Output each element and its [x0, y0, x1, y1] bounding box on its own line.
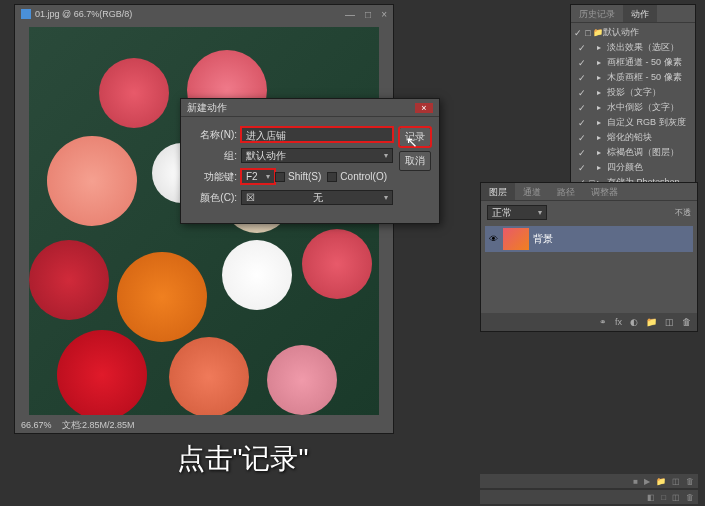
action-item[interactable]: ✓▸画框通道 - 50 像素	[571, 55, 695, 70]
set-dropdown[interactable]: 默认动作	[241, 148, 393, 163]
mask-icon[interactable]: ◐	[630, 317, 638, 327]
record-button[interactable]: 记录	[399, 127, 431, 147]
layers-footer: ⚭ fx ◐ 📁 ◫ 🗑	[481, 313, 697, 331]
layers-panel: 图层 通道 路径 调整器 正常 不透 👁 背景 ⚭ fx ◐ 📁 ◫ 🗑	[480, 182, 698, 332]
blend-mode-dropdown[interactable]: 正常	[487, 205, 547, 220]
action-set[interactable]: ✓□📁 默认动作	[571, 25, 695, 40]
folder-icon[interactable]: 📁	[656, 477, 666, 486]
close-icon[interactable]: ×	[415, 103, 433, 113]
zoom-level[interactable]: 66.67%	[21, 420, 52, 430]
set-label: 组:	[189, 149, 237, 163]
icon[interactable]: ◫	[672, 493, 680, 502]
dialog-title: 新建动作	[187, 101, 227, 115]
app-status-strip: ◧ □ ◫ 🗑	[480, 490, 698, 504]
shift-checkbox[interactable]: Shift(S)	[275, 171, 321, 182]
opacity-label: 不透	[675, 207, 691, 218]
tab-adjust[interactable]: 调整器	[583, 183, 626, 200]
layer-row[interactable]: 👁 背景	[485, 226, 693, 252]
folder-icon[interactable]: 📁	[646, 317, 657, 327]
layer-thumbnail[interactable]	[503, 228, 529, 250]
tutorial-caption: 点击"记录"	[0, 440, 485, 478]
control-checkbox[interactable]: Control(O)	[327, 171, 387, 182]
color-label: 颜色(C):	[189, 191, 237, 205]
ps-icon	[21, 9, 31, 19]
close-icon[interactable]: ×	[381, 9, 387, 20]
cancel-button[interactable]: 取消	[399, 151, 431, 171]
icon[interactable]: ◧	[647, 493, 655, 502]
action-item[interactable]: ✓▸熔化的铅块	[571, 130, 695, 145]
action-item[interactable]: ✓▸水中倒影（文字）	[571, 100, 695, 115]
new-layer-icon[interactable]: ◫	[665, 317, 674, 327]
trash-icon[interactable]: 🗑	[686, 493, 694, 502]
trash-icon[interactable]: 🗑	[686, 477, 694, 486]
new-action-dialog: 新建动作 × 名称(N): 进入店铺 组: 默认动作 功能键: F2 Shift…	[180, 98, 440, 224]
action-item[interactable]: ✓▸四分颜色	[571, 160, 695, 175]
name-label: 名称(N):	[189, 128, 237, 142]
action-item[interactable]: ✓▸木质画框 - 50 像素	[571, 70, 695, 85]
tab-history[interactable]: 历史记录	[571, 5, 623, 22]
dialog-titlebar[interactable]: 新建动作 ×	[181, 99, 439, 117]
document-statusbar: 66.67% 文档:2.85M/2.85M	[15, 417, 393, 433]
panel-footer-strip: ■ ▶ 📁 ◫ 🗑	[480, 474, 698, 488]
fkey-label: 功能键:	[189, 170, 237, 184]
icon[interactable]: □	[661, 493, 666, 502]
tab-paths[interactable]: 路径	[549, 183, 583, 200]
link-icon[interactable]: ⚭	[599, 317, 607, 327]
filesize-info: 文档:2.85M/2.85M	[62, 419, 135, 432]
actions-panel: 历史记录 动作 ✓□📁 默认动作 ✓▸淡出效果（选区） ✓▸画框通道 - 50 …	[570, 4, 696, 194]
fkey-dropdown[interactable]: F2	[241, 169, 275, 184]
minimize-icon[interactable]: —	[345, 9, 355, 20]
play-icon[interactable]: ▶	[644, 477, 650, 486]
fx-icon[interactable]: fx	[615, 317, 622, 327]
action-item[interactable]: ✓▸淡出效果（选区）	[571, 40, 695, 55]
stop-icon[interactable]: ■	[633, 477, 638, 486]
document-title: 01.jpg @ 66.7%(RGB/8)	[35, 9, 132, 19]
tab-channels[interactable]: 通道	[515, 183, 549, 200]
tab-actions[interactable]: 动作	[623, 5, 657, 22]
layer-name[interactable]: 背景	[533, 232, 553, 246]
action-item[interactable]: ✓▸棕褐色调（图层）	[571, 145, 695, 160]
tab-layers[interactable]: 图层	[481, 183, 515, 200]
name-input[interactable]: 进入店铺	[241, 127, 393, 142]
action-item[interactable]: ✓▸自定义 RGB 到灰度	[571, 115, 695, 130]
action-item[interactable]: ✓▸投影（文字）	[571, 85, 695, 100]
new-icon[interactable]: ◫	[672, 477, 680, 486]
color-dropdown[interactable]: ☒ 无	[241, 190, 393, 205]
trash-icon[interactable]: 🗑	[682, 317, 691, 327]
maximize-icon[interactable]: □	[365, 9, 371, 20]
visibility-icon[interactable]: 👁	[487, 234, 499, 244]
document-titlebar[interactable]: 01.jpg @ 66.7%(RGB/8) — □ ×	[15, 5, 393, 23]
